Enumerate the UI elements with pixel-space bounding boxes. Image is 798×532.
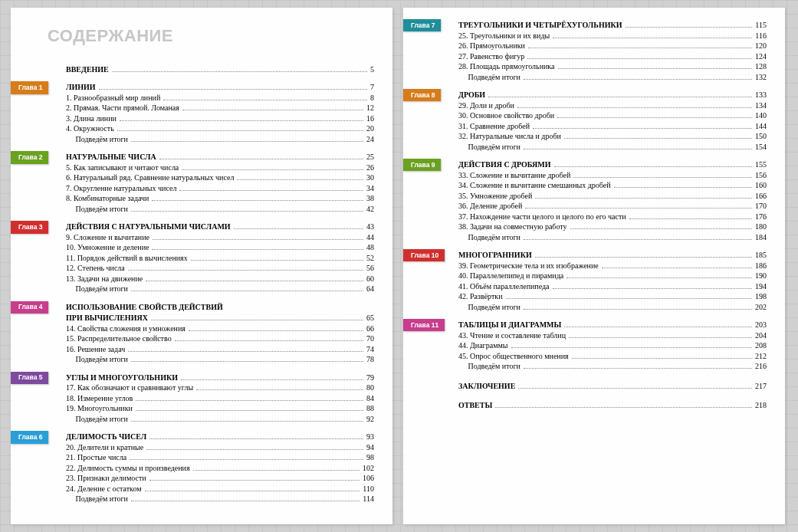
toc-page: 202 bbox=[755, 302, 767, 313]
toc-page: 48 bbox=[366, 242, 374, 253]
toc-item: 11. Порядок действий в вычислениях52 bbox=[66, 253, 374, 264]
toc-page: 66 bbox=[366, 323, 374, 334]
chapter-summary: Подведём итоги154 bbox=[458, 142, 767, 153]
toc-label: ВВЕДЕНИЕ bbox=[66, 64, 109, 75]
toc-item: 34. Сложение и вычитание смешанных дробе… bbox=[458, 180, 767, 191]
toc-item: 39. Геометрические тела и их изображение… bbox=[458, 261, 767, 271]
toc-label: 14. Свойства сложения и умножения bbox=[66, 323, 186, 334]
toc-page: 16 bbox=[366, 113, 374, 124]
leader-dots bbox=[495, 402, 752, 409]
leader-dots bbox=[152, 244, 363, 251]
toc-label: 39. Геометрические тела и их изображение bbox=[458, 261, 599, 271]
toc-item: 36. Деление дробей170 bbox=[458, 201, 767, 212]
chapter-section: ИСПОЛЬЗОВАНИЕ СВОЙСТВ ДЕЙСТВИЙПРИ ВЫЧИСЛ… bbox=[66, 302, 374, 365]
toc-page: 12 bbox=[366, 103, 374, 113]
toc-item: 16. Решение задач74 bbox=[66, 344, 374, 355]
leader-dots bbox=[629, 212, 752, 219]
chapter-tab: Глава 10 bbox=[403, 249, 445, 261]
toc-page: 204 bbox=[755, 330, 767, 341]
toc-page: 30 bbox=[366, 172, 374, 183]
toc-item: 3. Длина линии16 bbox=[66, 113, 374, 124]
toc-label: 3. Длина линии bbox=[66, 113, 117, 124]
toc-label: ДЕЙСТВИЯ С НАТУРАЛЬНЫМИ ЧИСЛАМИ bbox=[66, 222, 231, 232]
chapter-block: Глава 1ЛИНИИ71. Разнообразный мир линий8… bbox=[25, 82, 374, 144]
toc-page: 170 bbox=[755, 201, 767, 212]
toc-label: 33. Сложение и вычитание дробей bbox=[458, 170, 570, 181]
chapter-block: Глава 2НАТУРАЛЬНЫЕ ЧИСЛА255. Как записыв… bbox=[25, 152, 374, 214]
toc-label: ПРИ ВЫЧИСЛЕНИЯХ bbox=[66, 313, 148, 323]
toc-page: 120 bbox=[755, 41, 767, 51]
chapter-block: Глава 5УГЛЫ И МНОГОУГОЛЬНИКИ7917. Как об… bbox=[25, 373, 374, 425]
toc-page: 132 bbox=[755, 72, 767, 83]
chapter-title-row: МНОГОГРАННИКИ185 bbox=[458, 250, 767, 261]
toc-item: 38. Задачи на совместную работу180 bbox=[458, 222, 767, 232]
leader-dots bbox=[517, 101, 752, 108]
toc-item: 5. Как записывают и читают числа26 bbox=[66, 163, 374, 173]
toc-label: МНОГОГРАННИКИ bbox=[458, 250, 532, 261]
leader-dots bbox=[131, 135, 363, 142]
toc-page: 190 bbox=[755, 271, 767, 281]
intro-section: ВВЕДЕНИЕ5 bbox=[66, 64, 374, 75]
leader-dots bbox=[237, 174, 363, 181]
chapter-section: ДЕЙСТВИЯ С ДРОБЯМИ15533. Сложение и вычи… bbox=[458, 159, 767, 242]
toc-page: 180 bbox=[755, 222, 767, 232]
leader-dots bbox=[535, 192, 752, 199]
toc-page: 140 bbox=[755, 110, 767, 121]
chapter-tab: Глава 2 bbox=[11, 151, 48, 163]
leader-dots bbox=[159, 153, 363, 160]
toc-item: 30. Основное свойство дроби140 bbox=[458, 110, 767, 121]
toc-label: 2. Прямая. Части прямой. Ломаная bbox=[66, 103, 179, 113]
leader-dots bbox=[518, 382, 752, 389]
chapter-tab: Глава 7 bbox=[403, 19, 441, 31]
chapter-block: Глава 7ТРЕУГОЛЬНИКИ И ЧЕТЫРЁХУГОЛЬНИКИ11… bbox=[417, 20, 767, 82]
toc-page: 25 bbox=[366, 152, 374, 163]
toc-label: Подведём итоги bbox=[458, 232, 521, 243]
toc-item: 32. Натуральные числа и дроби150 bbox=[458, 131, 767, 142]
chapter-tab: Глава 6 bbox=[11, 431, 48, 443]
leader-dots bbox=[506, 293, 752, 300]
toc-item: 24. Деление с остатком110 bbox=[66, 484, 374, 494]
leader-dots bbox=[196, 384, 363, 391]
toc-page: 43 bbox=[366, 222, 374, 232]
toc-page: 20 bbox=[366, 123, 374, 134]
chapter-summary: Подведём итоги132 bbox=[458, 72, 767, 83]
toc-label: Подведём итоги bbox=[458, 302, 521, 313]
toc-item: 33. Сложение и вычитание дробей156 bbox=[458, 170, 767, 181]
toc-page: 106 bbox=[363, 473, 374, 484]
toc-item: 22. Делимость суммы и произведения102 bbox=[66, 463, 374, 474]
chapter-block: Глава 3ДЕЙСТВИЯ С НАТУРАЛЬНЫМИ ЧИСЛАМИ43… bbox=[25, 222, 374, 294]
chapter-summary: Подведём итоги202 bbox=[458, 302, 767, 313]
leader-dots bbox=[163, 94, 367, 100]
toc-page: 154 bbox=[755, 142, 767, 153]
leader-dots bbox=[99, 84, 367, 90]
leader-dots bbox=[533, 122, 752, 129]
leader-dots bbox=[573, 171, 752, 178]
leader-dots bbox=[572, 352, 752, 359]
toc-label: Подведём итоги bbox=[66, 414, 128, 425]
toc-page: 5 bbox=[370, 64, 374, 75]
toc-item: 31. Сравнение дробей144 bbox=[458, 121, 767, 132]
toc-page: 134 bbox=[755, 100, 767, 111]
toc-item: 42. Развёртки198 bbox=[458, 291, 767, 302]
toc-label: 23. Признаки делимости bbox=[66, 473, 146, 484]
chapter-title-row: ДЕЙСТВИЯ С ДРОБЯМИ155 bbox=[458, 159, 767, 170]
chapter-block: Глава 11ТАБЛИЦЫ И ДИАГРАММЫ20343. Чтение… bbox=[417, 320, 767, 372]
toc-label: 6. Натуральный ряд. Сравнение натуральны… bbox=[66, 172, 234, 183]
leader-dots bbox=[558, 63, 752, 70]
leader-dots bbox=[175, 335, 363, 342]
toc-page: 64 bbox=[366, 284, 374, 294]
toc-page: 34 bbox=[366, 183, 374, 194]
chapter-section: НАТУРАЛЬНЫЕ ЧИСЛА255. Как записывают и ч… bbox=[66, 152, 374, 214]
toc-label: 13. Задачи на движение bbox=[66, 274, 143, 284]
leader-dots bbox=[564, 133, 752, 140]
toc-item: 40. Параллелепипед и пирамида190 bbox=[458, 271, 767, 281]
toc-item: 18. Измерение углов84 bbox=[66, 393, 374, 404]
toc-page: 185 bbox=[755, 250, 767, 261]
leader-dots bbox=[128, 345, 363, 352]
toc-label: Подведём итоги bbox=[458, 142, 521, 153]
toc-page: 56 bbox=[366, 263, 374, 274]
toc-page: 93 bbox=[366, 432, 374, 442]
toc-page: 155 bbox=[755, 159, 767, 170]
toc-page: 79 bbox=[366, 373, 374, 383]
toc-page: 8 bbox=[370, 93, 374, 103]
